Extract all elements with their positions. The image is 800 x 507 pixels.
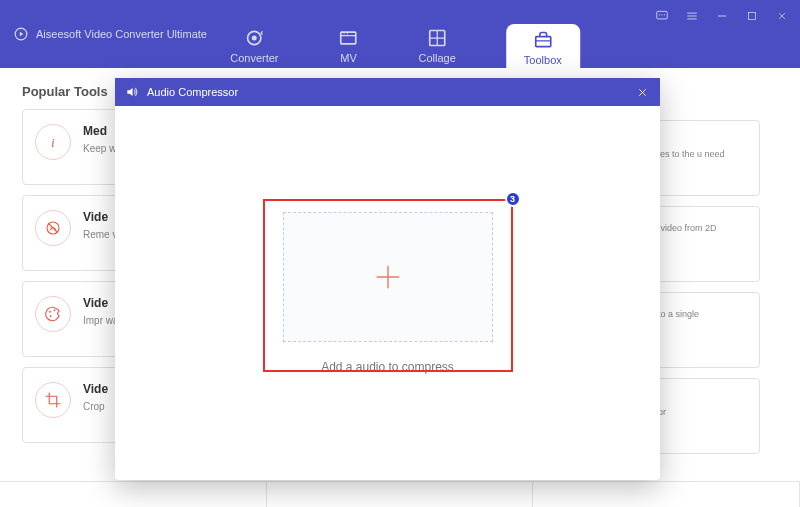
tool-title: Vide [83,382,108,396]
bottom-strip [0,481,800,507]
svg-point-12 [664,14,665,15]
svg-point-17 [50,315,52,317]
tab-collage[interactable]: Collage [409,24,466,72]
plus-icon [371,260,405,294]
tab-label: Collage [419,52,456,64]
info-icon: i [44,133,62,151]
tab-toolbox[interactable]: Toolbox [506,24,580,72]
main-tabs: Converter MV Collage Toolbox [220,24,580,72]
svg-text:i: i [51,135,55,150]
add-audio-dropzone[interactable] [283,212,493,342]
modal-header: Audio Compressor [115,78,660,106]
svg-point-3 [252,36,257,41]
modal-title: Audio Compressor [147,86,238,98]
toolbox-icon [533,30,553,50]
svg-rect-8 [535,37,550,47]
svg-point-10 [659,14,660,15]
tab-label: Converter [230,52,278,64]
converter-icon [244,28,264,48]
svg-point-11 [661,14,662,15]
minimize-button[interactable] [714,8,730,24]
tab-converter[interactable]: Converter [220,24,288,72]
svg-point-18 [54,309,56,311]
tab-label: Toolbox [524,54,562,66]
speaker-icon [125,85,139,99]
feedback-button[interactable] [654,8,670,24]
svg-point-5 [344,33,345,34]
mv-icon [339,28,359,48]
crop-icon [44,391,62,409]
close-button[interactable] [774,8,790,24]
audio-compressor-modal: Audio Compressor 3 Add a audio to compre… [115,78,660,480]
menu-button[interactable] [684,8,700,24]
app-title: Aiseesoft Video Converter Ultimate [36,28,207,40]
tab-label: MV [340,52,357,64]
svg-rect-4 [341,32,356,44]
tool-desc: Crop [83,400,108,413]
svg-marker-1 [20,32,23,37]
step-badge: 3 [505,191,521,207]
svg-rect-13 [749,13,756,20]
watermark-icon [44,219,62,237]
maximize-button[interactable] [744,8,760,24]
svg-point-6 [347,33,348,34]
collage-icon [427,28,447,48]
app-logo-icon [14,27,28,41]
palette-icon [44,305,62,323]
tab-mv[interactable]: MV [329,24,369,72]
modal-close-button[interactable] [634,84,650,100]
svg-point-16 [49,311,51,313]
dropzone-caption: Add a audio to compress [321,360,454,374]
